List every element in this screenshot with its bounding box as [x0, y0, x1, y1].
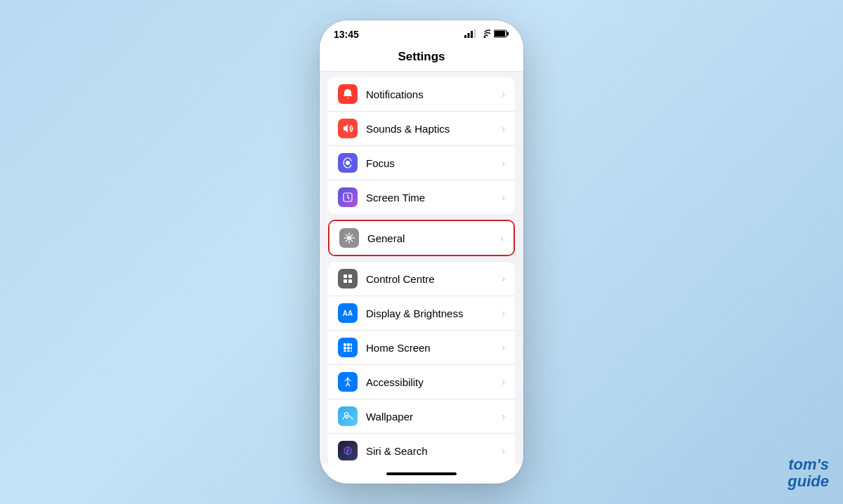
control-centre-icon: [338, 269, 358, 289]
display-chevron: ›: [502, 307, 505, 319]
focus-chevron: ›: [502, 157, 505, 168]
svg-rect-11: [344, 274, 347, 278]
settings-item-screen-time[interactable]: Screen Time ›: [328, 180, 515, 214]
screen-time-chevron: ›: [502, 192, 505, 203]
notifications-icon: [338, 84, 358, 104]
settings-item-home-screen[interactable]: Home Screen ›: [328, 331, 515, 365]
status-bar: 13:45: [320, 20, 523, 44]
svg-rect-22: [347, 350, 350, 352]
control-centre-chevron: ›: [502, 273, 505, 284]
notifications-label: Notifications: [366, 88, 502, 100]
settings-list[interactable]: Notifications › Sounds & Haptics ›: [320, 72, 523, 464]
svg-rect-17: [351, 343, 352, 346]
general-label: General: [367, 232, 500, 244]
siri-icon: [338, 441, 358, 460]
svg-rect-3: [474, 29, 476, 38]
home-indicator: [386, 472, 457, 475]
settings-section-general: General ›: [328, 220, 515, 256]
svg-rect-23: [351, 350, 352, 352]
screen-time-label: Screen Time: [366, 192, 502, 204]
general-icon: [339, 228, 359, 248]
wallpaper-icon: [338, 406, 358, 426]
svg-rect-15: [344, 343, 346, 346]
svg-rect-21: [344, 350, 346, 352]
svg-rect-19: [347, 347, 350, 350]
general-chevron: ›: [500, 232, 504, 244]
nav-bar: Settings: [320, 44, 523, 72]
settings-item-control-centre[interactable]: Control Centre ›: [328, 262, 515, 296]
control-centre-label: Control Centre: [366, 273, 502, 285]
settings-item-notifications[interactable]: Notifications ›: [328, 77, 515, 112]
settings-item-focus[interactable]: Focus ›: [328, 146, 515, 180]
settings-item-accessibility[interactable]: Accessibility ›: [328, 365, 515, 399]
siri-label: Siri & Search: [366, 445, 502, 457]
display-icon: AA: [338, 303, 358, 323]
battery-status-icon: [494, 29, 509, 40]
svg-rect-14: [348, 279, 352, 283]
notifications-chevron: ›: [502, 88, 505, 100]
svg-point-9: [348, 237, 351, 239]
svg-rect-2: [471, 31, 473, 38]
settings-section-group1: Notifications › Sounds & Haptics ›: [328, 77, 515, 214]
wallpaper-label: Wallpaper: [366, 411, 502, 423]
settings-item-wallpaper[interactable]: Wallpaper ›: [328, 399, 515, 434]
siri-chevron: ›: [502, 445, 505, 456]
bottom-bar: [320, 464, 523, 484]
svg-rect-6: [495, 31, 505, 37]
nav-title: Settings: [398, 50, 445, 63]
svg-rect-0: [464, 35, 466, 38]
svg-rect-13: [344, 279, 347, 283]
screen-time-icon: [338, 187, 358, 207]
svg-point-25: [345, 413, 348, 416]
svg-rect-18: [344, 347, 346, 350]
svg-rect-1: [468, 33, 470, 38]
home-screen-icon: [338, 338, 358, 357]
settings-item-sounds[interactable]: Sounds & Haptics ›: [328, 112, 515, 146]
status-time: 13:45: [334, 29, 359, 40]
settings-section-group3: Control Centre › AA Display & Brightness…: [328, 262, 515, 464]
phone-frame: 13:45: [320, 20, 523, 484]
sounds-icon: [338, 119, 358, 138]
home-screen-label: Home Screen: [366, 342, 502, 354]
display-label: Display & Brightness: [366, 307, 502, 319]
toms-guide-logo: tom's guide: [788, 456, 829, 490]
svg-rect-7: [507, 32, 509, 35]
accessibility-label: Accessibility: [366, 376, 502, 388]
focus-icon: [338, 153, 358, 173]
accessibility-chevron: ›: [502, 376, 505, 387]
signal-icon: [464, 29, 476, 39]
sounds-label: Sounds & Haptics: [366, 123, 502, 135]
focus-label: Focus: [366, 157, 502, 169]
sounds-chevron: ›: [502, 123, 505, 134]
settings-item-display[interactable]: AA Display & Brightness ›: [328, 296, 515, 331]
home-screen-chevron: ›: [502, 342, 505, 353]
settings-item-siri[interactable]: Siri & Search ›: [328, 434, 515, 464]
status-icons: [464, 29, 509, 40]
svg-point-4: [484, 37, 486, 39]
settings-item-general[interactable]: General ›: [329, 221, 514, 255]
wallpaper-chevron: ›: [502, 411, 505, 422]
svg-rect-16: [347, 343, 350, 346]
svg-rect-20: [351, 347, 352, 350]
accessibility-icon: [338, 372, 358, 392]
wifi-icon: [479, 29, 490, 40]
svg-rect-12: [348, 274, 352, 278]
